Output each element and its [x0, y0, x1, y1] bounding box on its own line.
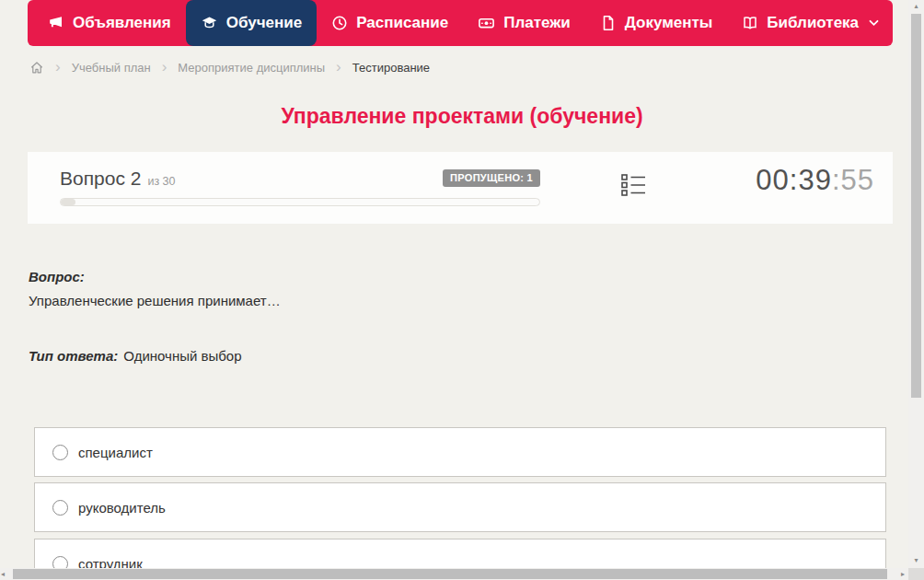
quiz-header-panel: Вопрос 2 из 30 ПРОПУЩЕНО: 1 00:39:55 — [28, 152, 893, 224]
question-progress-group: Вопрос 2 из 30 ПРОПУЩЕНО: 1 — [60, 168, 540, 206]
skipped-badge: ПРОПУЩЕНО: 1 — [443, 169, 540, 187]
nav-item-learning[interactable]: Обучение — [186, 0, 317, 46]
home-icon[interactable] — [29, 60, 44, 75]
answer-option-specialist[interactable]: специалист — [34, 427, 886, 477]
scroll-right-icon[interactable]: ▸ — [901, 568, 905, 580]
breadcrumb-separator-icon: › — [55, 59, 61, 75]
chevron-down-icon — [869, 19, 879, 27]
vertical-scrollbar-thumb[interactable] — [911, 14, 921, 398]
answer-option-manager[interactable]: руководитель — [34, 482, 886, 532]
question-text: Управленческие решения принимает… — [29, 293, 281, 308]
scrollbar-corner — [908, 568, 924, 580]
top-navigation: Объявления Обучение Расписание Платежи Д… — [28, 0, 893, 46]
nav-item-announcements[interactable]: Объявления — [33, 0, 186, 46]
question-number: Вопрос 2 — [60, 168, 141, 190]
nav-item-library[interactable]: Библиотека — [727, 0, 894, 46]
timer-seconds: :55 — [832, 164, 874, 196]
question-total: из 30 — [147, 175, 175, 188]
scroll-up-icon[interactable]: ▴ — [908, 2, 924, 10]
question-heading: Вопрос: — [29, 269, 85, 284]
option-label: руководитель — [78, 500, 166, 516]
clock-icon — [331, 15, 348, 31]
breadcrumb-separator-icon: › — [162, 59, 167, 75]
progress-fill — [61, 199, 75, 205]
timer-minutes: 00:39 — [756, 164, 832, 196]
answer-type-value: Одиночный выбор — [123, 348, 241, 364]
page-title: Управление проектами (обучение) — [0, 104, 924, 129]
breadcrumb-item-curriculum[interactable]: Учебный план — [72, 61, 151, 75]
book-icon — [742, 15, 758, 31]
breadcrumb: › Учебный план › Мероприятие дисциплины … — [29, 57, 430, 77]
progress-bar — [60, 198, 540, 206]
nav-item-schedule[interactable]: Расписание — [317, 0, 463, 46]
nav-item-label: Платежи — [503, 14, 571, 32]
nav-item-payments[interactable]: Платежи — [463, 0, 585, 46]
nav-item-label: Расписание — [356, 14, 448, 32]
nav-item-label: Библиотека — [767, 14, 859, 32]
answer-type-label: Тип ответа: — [29, 348, 118, 364]
breadcrumb-item-discipline-event[interactable]: Мероприятие дисциплины — [178, 61, 325, 75]
breadcrumb-separator-icon: › — [336, 59, 341, 75]
scroll-down-icon[interactable]: ▾ — [908, 556, 924, 564]
answer-type-line: Тип ответа:Одиночный выбор — [29, 348, 242, 364]
page: Объявления Обучение Расписание Платежи Д… — [0, 0, 924, 580]
banknote-icon — [478, 15, 495, 31]
horizontal-scrollbar[interactable]: ◂ ▸ — [0, 568, 908, 580]
nav-item-label: Документы — [625, 14, 713, 32]
nav-item-label: Объявления — [73, 14, 171, 32]
horizontal-scrollbar-thumb[interactable] — [13, 569, 887, 579]
document-icon — [600, 15, 617, 31]
nav-item-label: Обучение — [226, 14, 302, 32]
nav-item-documents[interactable]: Документы — [585, 0, 728, 46]
option-label: специалист — [78, 445, 153, 460]
scroll-left-icon[interactable]: ◂ — [1, 568, 5, 580]
timer: 00:39:55 — [756, 164, 874, 197]
question-list-icon[interactable] — [621, 174, 646, 200]
radio-button[interactable] — [52, 500, 68, 516]
vertical-scrollbar[interactable]: ▴ ▾ — [908, 0, 924, 580]
megaphone-icon — [48, 15, 64, 31]
breadcrumb-item-current: Тестирование — [352, 61, 430, 75]
graduation-cap-icon — [201, 15, 218, 31]
radio-button[interactable] — [52, 445, 68, 460]
